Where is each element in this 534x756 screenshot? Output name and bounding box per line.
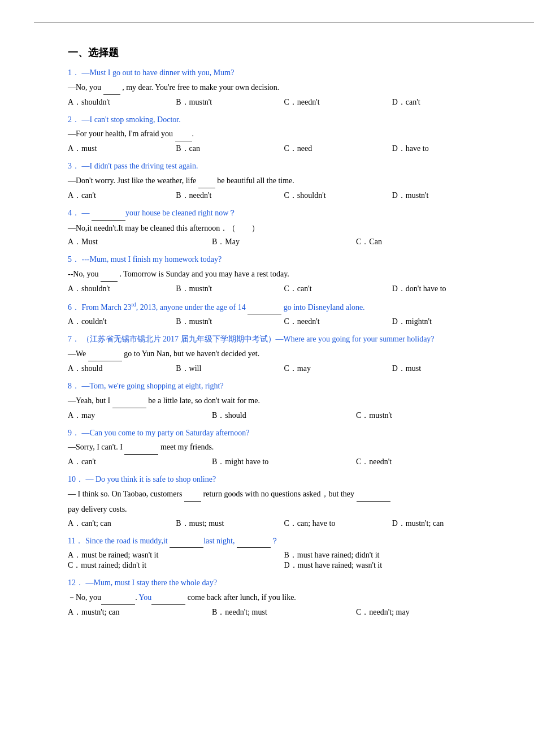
q7-option-b: B．will [176,364,284,374]
q2-option-a: A．must [68,144,176,154]
q6-option-c: C．needn't [284,317,392,327]
q10-option-c: C．can; have to [284,519,392,529]
q9-option-a: A．can't [68,457,212,467]
q10-options: A．can't; can B．must; must C．can; have to… [68,519,500,529]
q10-option-d: D．mustn't; can [392,519,500,529]
q9-option-c: C．needn't [356,457,500,467]
q12-line1: 12． —Mum, must I stay there the whole da… [68,576,500,590]
q7-option-c: C．may [284,364,392,374]
q8-line1: 8． —Tom, we're going shopping at eight, … [68,379,500,393]
q8-option-c: C．mustn't [356,411,500,421]
q7-option-d: D．must [392,364,500,374]
q7-options: A．should B．will C．may D．must [68,364,500,374]
q5-line1: 5． ---Mum, must I finish my homework tod… [68,253,500,266]
q1-options: A．shouldn't B．mustn't C．needn't D．can't [68,97,500,107]
q5-option-d: D．don't have to [392,284,500,294]
q2-options: A．must B．can C．need D．have to [68,144,500,154]
question-2: 2． —I can't stop smoking, Doctor. —For y… [68,113,500,154]
q4-option-b: B．May [212,237,356,247]
q7-line1: 7． （江苏省无锡市锡北片 2017 届九年级下学期期中考试）—Where ar… [68,332,500,346]
question-12: 12． —Mum, must I stay there the whole da… [68,576,500,617]
q3-option-d: D．mustn't [392,191,500,201]
q12-option-c: C．needn't; may [356,607,500,617]
q2-option-d: D．have to [392,144,500,154]
q5-option-b: B．mustn't [176,284,284,294]
q6-line1: 6． From March 23rd, 2013, anyone under t… [68,300,500,314]
q1-line1: 1． —Must I go out to have dinner with yo… [68,66,500,80]
question-9: 9． —Can you come to my party on Saturday… [68,426,500,468]
q12-options: A．mustn't; can B．needn't; must C．needn't… [68,607,500,617]
q12-option-b: B．needn't; must [212,607,356,617]
q1-option-d: D．can't [392,97,500,107]
q4-line2: —No,it needn't.It may be cleaned this af… [68,222,500,235]
question-4: 4． — your house be cleaned right now？ —N… [68,206,500,248]
question-1: 1． —Must I go out to have dinner with yo… [68,66,500,107]
q3-option-c: C．shouldn't [284,191,392,201]
section-title: 一、选择题 [68,46,500,59]
q1-option-c: C．needn't [284,97,392,107]
question-8: 8． —Tom, we're going shopping at eight, … [68,379,500,421]
q5-option-c: C．can't [284,284,392,294]
q8-line2: —Yeah, but I be a little late, so don't … [68,394,500,408]
question-7: 7． （江苏省无锡市锡北片 2017 届九年级下学期期中考试）—Where ar… [68,332,500,374]
q3-line2: —Don't worry. Just like the weather, lif… [68,174,500,188]
q5-line2: --No, you . Tomorrow is Sunday and you m… [68,267,500,282]
q9-line2: —Sorry, I can't. I meet my friends. [68,440,500,455]
q10-line2: — I think so. On Taobao, customers retur… [68,487,500,502]
question-3: 3． —I didn't pass the driving test again… [68,159,500,201]
q11-line1: 11． Since the road is muddy,it last nigh… [68,534,500,548]
q1-option-b: B．mustn't [176,97,284,107]
q6-option-d: D．mightn't [392,317,500,327]
question-5: 5． ---Mum, must I finish my homework tod… [68,253,500,294]
q9-option-b: B．might have to [212,457,356,467]
q12-line2: －No, you . You come back after lunch, if… [68,591,500,605]
q3-option-a: A．can't [68,191,176,201]
q8-option-a: A．may [68,411,212,421]
q2-option-c: C．need [284,144,392,154]
q9-options: A．can't B．might have to C．needn't [68,457,500,467]
q7-line2: —We go to Yun Nan, but we haven't decide… [68,347,500,361]
q4-options: A．Must B．May C．Can [68,237,500,247]
q3-option-b: B．needn't [176,191,284,201]
q11-option-a: A．must be rained; wasn't it [68,550,284,560]
q10-line1: 10． — Do you think it is safe to shop on… [68,473,500,486]
q10-option-a: A．can't; can [68,519,176,529]
q11-option-c: C．must rained; didn't it [68,560,284,571]
q8-option-b: B．should [212,411,356,421]
question-11: 11． Since the road is muddy,it last nigh… [68,534,500,571]
q8-options: A．may B．should C．mustn't [68,411,500,421]
q7-option-a: A．should [68,364,176,374]
q10-option-b: B．must; must [176,519,284,529]
q2-line1: 2． —I can't stop smoking, Doctor. [68,113,500,127]
q4-line1: 4． — your house be cleaned right now？ [68,206,500,221]
q1-option-a: A．shouldn't [68,97,176,107]
top-divider [34,23,534,23]
q12-option-a: A．mustn't; can [68,607,212,617]
q6-options: A．couldn't B．mustn't C．needn't D．mightn'… [68,317,500,327]
q11-option-b: B．must have rained; didn't it [284,550,501,560]
q11-option-d: D．must have rained; wasn't it [284,560,501,571]
q11-options: A．must be rained; wasn't it B．must have … [68,550,500,571]
q4-option-c: C．Can [356,237,500,247]
question-6: 6． From March 23rd, 2013, anyone under t… [68,300,500,327]
q1-line2: —No, you , my dear. You're free to make … [68,81,500,95]
q2-line2: —For your health, I'm afraid you . [68,127,500,141]
q6-option-a: A．couldn't [68,317,176,327]
q5-options: A．shouldn't B．mustn't C．can't D．don't ha… [68,284,500,294]
q3-line1: 3． —I didn't pass the driving test again… [68,159,500,173]
question-10: 10． — Do you think it is safe to shop on… [68,473,500,528]
q6-option-b: B．mustn't [176,317,284,327]
q2-option-b: B．can [176,144,284,154]
q3-options: A．can't B．needn't C．shouldn't D．mustn't [68,191,500,201]
q10-line3: pay delivery costs. [68,503,500,516]
q5-option-a: A．shouldn't [68,284,176,294]
q9-line1: 9． —Can you come to my party on Saturday… [68,426,500,440]
q4-option-a: A．Must [68,237,212,247]
